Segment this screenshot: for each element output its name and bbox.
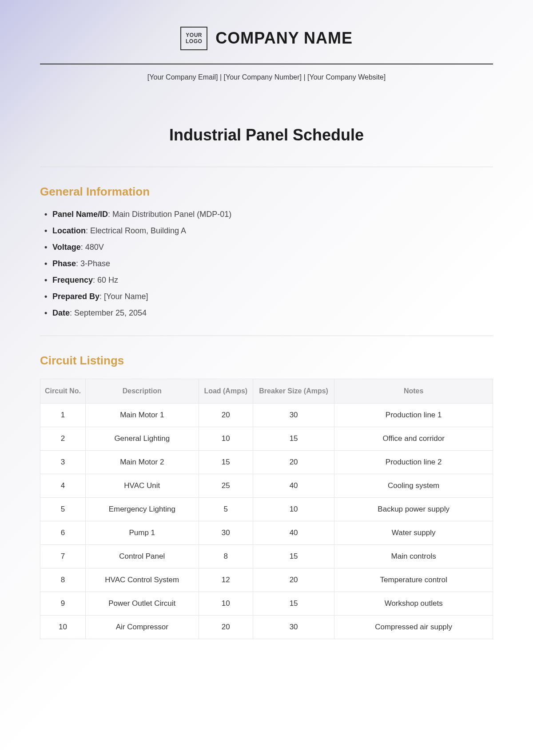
table-cell-load: 5 bbox=[199, 498, 253, 521]
table-cell-no: 4 bbox=[40, 474, 86, 498]
table-cell-breaker: 15 bbox=[253, 545, 334, 568]
info-item: Phase: 3-Phase bbox=[44, 259, 493, 268]
circuit-table: Circuit No. Description Load (Amps) Brea… bbox=[40, 379, 493, 639]
logo-row: YOURLOGO COMPANY NAME bbox=[40, 27, 493, 50]
table-cell-load: 10 bbox=[199, 427, 253, 451]
info-label: Phase bbox=[52, 259, 76, 268]
table-cell-notes: Production line 2 bbox=[334, 451, 493, 474]
info-value: : Main Distribution Panel (MDP-01) bbox=[108, 210, 231, 219]
table-row: 6Pump 13040Water supply bbox=[40, 521, 493, 545]
section-divider bbox=[40, 336, 493, 336]
info-item: Location: Electrical Room, Building A bbox=[44, 226, 493, 236]
table-cell-breaker: 15 bbox=[253, 427, 334, 451]
col-header-notes: Notes bbox=[334, 379, 493, 403]
header-divider bbox=[40, 64, 493, 64]
table-row: 10Air Compressor2030Compressed air suppl… bbox=[40, 616, 493, 639]
table-header-row: Circuit No. Description Load (Amps) Brea… bbox=[40, 379, 493, 403]
table-cell-notes: Water supply bbox=[334, 521, 493, 545]
table-cell-no: 9 bbox=[40, 592, 86, 616]
info-value: : Electrical Room, Building A bbox=[86, 226, 186, 235]
table-row: 1Main Motor 12030Production line 1 bbox=[40, 404, 493, 427]
info-value: : [Your Name] bbox=[99, 292, 148, 301]
info-item: Panel Name/ID: Main Distribution Panel (… bbox=[44, 210, 493, 219]
table-cell-desc: Power Outlet Circuit bbox=[85, 592, 199, 616]
document-header: YOURLOGO COMPANY NAME [Your Company Emai… bbox=[40, 27, 493, 81]
info-label: Location bbox=[52, 226, 86, 235]
info-value: : September 25, 2054 bbox=[70, 308, 147, 317]
info-value: : 3-Phase bbox=[76, 259, 110, 268]
table-cell-desc: Main Motor 2 bbox=[85, 451, 199, 474]
table-cell-load: 25 bbox=[199, 474, 253, 498]
table-row: 3Main Motor 21520Production line 2 bbox=[40, 451, 493, 474]
table-cell-breaker: 20 bbox=[253, 568, 334, 592]
table-cell-desc: HVAC Control System bbox=[85, 568, 199, 592]
col-header-load: Load (Amps) bbox=[199, 379, 253, 403]
table-cell-load: 8 bbox=[199, 545, 253, 568]
table-cell-load: 20 bbox=[199, 404, 253, 427]
info-item: Date: September 25, 2054 bbox=[44, 308, 493, 318]
table-cell-no: 8 bbox=[40, 568, 86, 592]
info-value: : 60 Hz bbox=[93, 276, 118, 284]
table-cell-notes: Temperature control bbox=[334, 568, 493, 592]
table-cell-breaker: 30 bbox=[253, 404, 334, 427]
info-label: Frequency bbox=[52, 276, 93, 284]
table-cell-no: 3 bbox=[40, 451, 86, 474]
table-cell-desc: General Lighting bbox=[85, 427, 199, 451]
info-label: Voltage bbox=[52, 243, 81, 252]
table-cell-breaker: 15 bbox=[253, 592, 334, 616]
info-item: Frequency: 60 Hz bbox=[44, 276, 493, 285]
table-row: 8HVAC Control System1220Temperature cont… bbox=[40, 568, 493, 592]
company-name: COMPANY NAME bbox=[215, 29, 353, 48]
table-row: 2General Lighting1015Office and corridor bbox=[40, 427, 493, 451]
general-info-list: Panel Name/ID: Main Distribution Panel (… bbox=[40, 210, 493, 318]
info-item: Prepared By: [Your Name] bbox=[44, 292, 493, 301]
table-cell-breaker: 40 bbox=[253, 474, 334, 498]
table-cell-breaker: 30 bbox=[253, 616, 334, 639]
table-cell-load: 12 bbox=[199, 568, 253, 592]
logo-placeholder: YOURLOGO bbox=[180, 27, 207, 50]
table-cell-notes: Cooling system bbox=[334, 474, 493, 498]
document-title: Industrial Panel Schedule bbox=[40, 126, 493, 144]
info-label: Date bbox=[52, 308, 70, 317]
col-header-breaker: Breaker Size (Amps) bbox=[253, 379, 334, 403]
table-row: 7Control Panel815Main controls bbox=[40, 545, 493, 568]
table-cell-no: 6 bbox=[40, 521, 86, 545]
table-cell-load: 30 bbox=[199, 521, 253, 545]
circuit-listings-heading: Circuit Listings bbox=[40, 354, 493, 368]
circuit-table-body: 1Main Motor 12030Production line 12Gener… bbox=[40, 404, 493, 639]
table-cell-no: 7 bbox=[40, 545, 86, 568]
info-item: Voltage: 480V bbox=[44, 243, 493, 252]
contact-line: [Your Company Email] | [Your Company Num… bbox=[40, 73, 493, 81]
general-information-section: General Information Panel Name/ID: Main … bbox=[40, 185, 493, 318]
table-cell-no: 5 bbox=[40, 498, 86, 521]
table-cell-notes: Backup power supply bbox=[334, 498, 493, 521]
section-divider bbox=[40, 167, 493, 167]
table-cell-notes: Production line 1 bbox=[334, 404, 493, 427]
table-cell-notes: Office and corridor bbox=[334, 427, 493, 451]
table-cell-desc: Emergency Lighting bbox=[85, 498, 199, 521]
col-header-circuit-no: Circuit No. bbox=[40, 379, 86, 403]
table-cell-breaker: 20 bbox=[253, 451, 334, 474]
table-cell-notes: Compressed air supply bbox=[334, 616, 493, 639]
col-header-description: Description bbox=[85, 379, 199, 403]
table-cell-load: 20 bbox=[199, 616, 253, 639]
info-label: Panel Name/ID bbox=[52, 210, 108, 219]
table-row: 4HVAC Unit2540Cooling system bbox=[40, 474, 493, 498]
table-cell-load: 10 bbox=[199, 592, 253, 616]
table-cell-desc: Pump 1 bbox=[85, 521, 199, 545]
table-row: 9Power Outlet Circuit1015Workshop outlet… bbox=[40, 592, 493, 616]
table-cell-breaker: 40 bbox=[253, 521, 334, 545]
table-cell-notes: Workshop outlets bbox=[334, 592, 493, 616]
table-cell-desc: Air Compressor bbox=[85, 616, 199, 639]
circuit-listings-section: Circuit Listings Circuit No. Description… bbox=[40, 354, 493, 639]
table-row: 5Emergency Lighting510Backup power suppl… bbox=[40, 498, 493, 521]
table-cell-desc: Main Motor 1 bbox=[85, 404, 199, 427]
table-cell-no: 10 bbox=[40, 616, 86, 639]
table-cell-load: 15 bbox=[199, 451, 253, 474]
table-cell-desc: HVAC Unit bbox=[85, 474, 199, 498]
table-cell-notes: Main controls bbox=[334, 545, 493, 568]
table-cell-no: 2 bbox=[40, 427, 86, 451]
info-label: Prepared By bbox=[52, 292, 99, 301]
table-cell-breaker: 10 bbox=[253, 498, 334, 521]
table-cell-desc: Control Panel bbox=[85, 545, 199, 568]
